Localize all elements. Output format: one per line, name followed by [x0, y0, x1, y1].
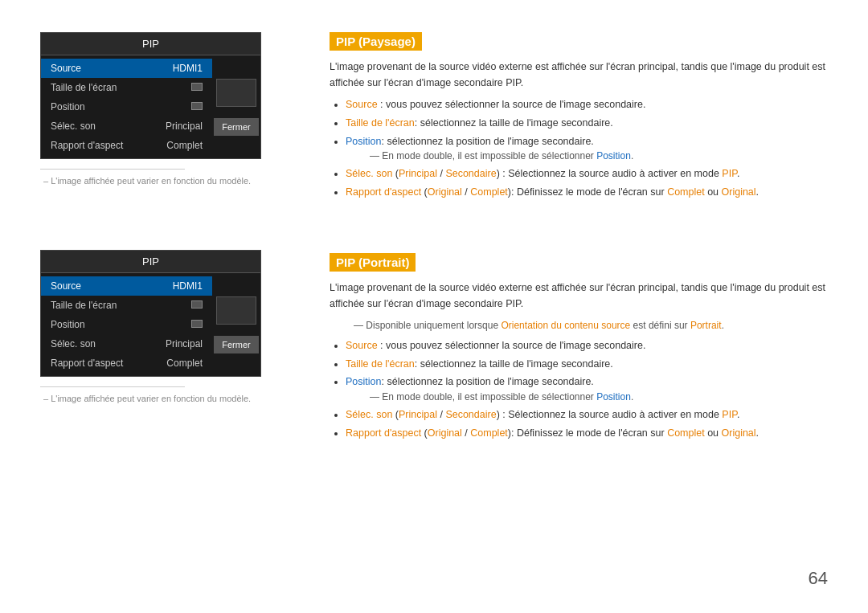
pip-portrait-panel: PIP Source HDMI1 Taille de l'écran — [40, 250, 297, 403]
pip-row-value: HDMI1 — [173, 63, 203, 74]
pip-ui-panels: PIP Source HDMI1 Taille de l'écran — [40, 32, 297, 403]
pip-row-position-paysage[interactable]: Position — [41, 97, 212, 116]
secondaire-label2: Secondaire — [445, 409, 496, 420]
sub-note-portrait: En mode double, il est impossible de sél… — [346, 390, 828, 404]
pip-row-icon — [191, 319, 203, 330]
complet-label: Complet — [470, 186, 508, 198]
principal-label: Principal — [399, 168, 437, 179]
pip-row-icon — [191, 300, 203, 311]
source-label: Source — [346, 99, 378, 110]
pip-paysage-menu: Source HDMI1 Taille de l'écran Position — [41, 55, 212, 158]
position-note-label2: Position — [596, 391, 631, 403]
pip-row-label: Sélec. son — [51, 338, 96, 349]
pip-paysage-side: Fermer — [212, 55, 260, 158]
note-divider-portrait — [40, 386, 185, 387]
pip-row-label: Source — [51, 280, 81, 292]
pip-row-label: Position — [51, 101, 85, 112]
position-note-label: Position — [596, 150, 631, 161]
pip-row-taille-paysage[interactable]: Taille de l'écran — [41, 78, 212, 97]
pip-row-label: Rapport d'aspect — [51, 140, 123, 151]
pip-row-value: HDMI1 — [173, 280, 203, 292]
pip-paysage-panel: PIP Source HDMI1 Taille de l'écran — [40, 32, 297, 186]
pip-row-son-portrait[interactable]: Sélec. son Principal — [41, 334, 212, 353]
pip-row-son-paysage[interactable]: Sélec. son Principal — [41, 116, 212, 136]
bullet-source-paysage: Source : vous pouvez sélectionner la sou… — [346, 97, 828, 112]
bullet-position-portrait: Position: sélectionnez la position de l'… — [346, 374, 828, 404]
pip-row-label: Sélec. son — [51, 121, 96, 132]
section-paysage-body: L'image provenant de la source vidéo ext… — [330, 59, 828, 200]
pip-portrait-menu: Source HDMI1 Taille de l'écran Position — [41, 273, 212, 376]
sub-note-paysage: En mode double, il est impossible de sél… — [346, 149, 828, 163]
pip-row-value: Complet — [166, 140, 203, 151]
taille-label2: Taille de l'écran — [346, 358, 415, 370]
rapport-label2: Rapport d'aspect — [346, 427, 421, 439]
complet-label2: Complet — [667, 186, 705, 198]
son-label: Sélec. son — [346, 168, 392, 179]
pip-row-icon — [191, 101, 203, 112]
orientation-label: Orientation du contenu source — [501, 320, 630, 331]
pip-row-label: Taille de l'écran — [51, 300, 117, 311]
position-label: Position — [346, 136, 381, 147]
pip-row-label: Taille de l'écran — [51, 82, 117, 93]
fermer-button-portrait[interactable]: Fermer — [214, 336, 258, 353]
pip-row-rapport-paysage[interactable]: Rapport d'aspect Complet — [41, 136, 212, 155]
pip-label2: PIP — [722, 409, 737, 420]
position-label2: Position — [346, 376, 381, 387]
pip-row-label: Source — [51, 63, 81, 74]
section-paysage: PIP (Paysage) L'image provenant de la so… — [330, 32, 828, 205]
section-portrait-body: L'image provenant de la source vidéo ext… — [330, 280, 828, 441]
note-divider-paysage — [40, 169, 185, 170]
pip-portrait-side: Fermer — [212, 273, 260, 376]
section-portrait: PIP (Portrait) L'image provenant de la s… — [330, 253, 828, 446]
pip-row-source-portrait[interactable]: Source HDMI1 — [41, 276, 212, 296]
pip-row-position-portrait[interactable]: Position — [41, 315, 212, 334]
son-label2: Sélec. son — [346, 409, 392, 420]
original-label4: Original — [722, 427, 756, 439]
original-label3: Original — [428, 427, 462, 439]
portrait-intro: L'image provenant de la source vidéo ext… — [330, 280, 828, 312]
pip-label: PIP — [722, 168, 737, 179]
image-note-paysage: – L'image affichée peut varier en foncti… — [40, 176, 297, 186]
pip-paysage-content: Source HDMI1 Taille de l'écran Position — [41, 55, 260, 158]
image-note-portrait: – L'image affichée peut varier en foncti… — [40, 394, 297, 403]
pip-portrait-box: PIP Source HDMI1 Taille de l'écran — [40, 250, 261, 377]
pip-portrait-title: PIP — [41, 251, 260, 273]
pip-row-rapport-portrait[interactable]: Rapport d'aspect Complet — [41, 353, 212, 373]
pip-row-icon — [191, 82, 203, 93]
pip-paysage-box: PIP Source HDMI1 Taille de l'écran — [40, 32, 261, 159]
fermer-button-paysage[interactable]: Fermer — [214, 118, 258, 136]
bullet-taille-paysage: Taille de l'écran: sélectionnez la taill… — [346, 116, 828, 131]
secondaire-label: Secondaire — [445, 168, 496, 179]
original-label2: Original — [722, 186, 756, 198]
portrait-label: Portrait — [690, 320, 722, 331]
paysage-intro: L'image provenant de la source vidéo ext… — [330, 59, 828, 91]
portrait-bullet-list: Source : vous pouvez sélectionner la sou… — [330, 338, 828, 441]
bullet-rapport-portrait: Rapport d'aspect (Original / Complet): D… — [346, 426, 828, 441]
bullet-son-paysage: Sélec. son (Principal / Secondaire) : Sé… — [346, 166, 828, 182]
pip-preview-portrait — [216, 296, 256, 325]
original-label: Original — [428, 186, 462, 198]
pip-row-source-paysage[interactable]: Source HDMI1 — [41, 59, 212, 78]
section-portrait-title: PIP (Portrait) — [330, 253, 416, 272]
paysage-bullet-list: Source : vous pouvez sélectionner la sou… — [330, 97, 828, 200]
bullet-taille-portrait: Taille de l'écran: sélectionnez la taill… — [346, 357, 828, 372]
pip-row-taille-portrait[interactable]: Taille de l'écran — [41, 296, 212, 315]
pip-row-value: Complet — [166, 358, 203, 369]
orientation-note: Disponible uniquement lorsque Orientatio… — [330, 318, 828, 333]
bullet-position-paysage: Position: sélectionnez la position de l'… — [346, 134, 828, 164]
bullet-rapport-paysage: Rapport d'aspect (Original / Complet): D… — [346, 185, 828, 200]
bullet-son-portrait: Sélec. son (Principal / Secondaire) : Sé… — [346, 407, 828, 423]
bullet-source-portrait: Source : vous pouvez sélectionner la sou… — [346, 338, 828, 353]
source-label2: Source — [346, 340, 378, 351]
pip-row-value: Principal — [166, 121, 203, 132]
right-column: PIP (Paysage) L'image provenant de la so… — [330, 32, 828, 470]
pip-portrait-content: Source HDMI1 Taille de l'écran Position — [41, 273, 260, 376]
taille-label: Taille de l'écran — [346, 117, 415, 129]
pip-row-label: Position — [51, 319, 85, 330]
pip-row-value: Principal — [166, 338, 203, 349]
rapport-label: Rapport d'aspect — [346, 186, 421, 198]
pip-row-label: Rapport d'aspect — [51, 358, 123, 369]
principal-label2: Principal — [399, 409, 437, 420]
pip-paysage-title: PIP — [41, 33, 260, 55]
page-number: 64 — [809, 568, 828, 589]
